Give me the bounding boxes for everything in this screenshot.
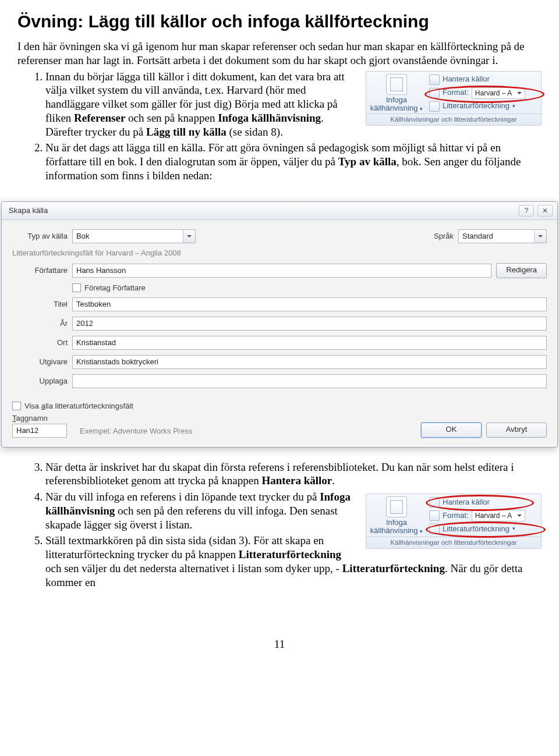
type-select[interactable]: Bok	[72, 229, 196, 243]
format-dropdown-row[interactable]: Format: Harvard – A	[429, 510, 537, 521]
publisher-label: Utgivare	[12, 357, 68, 366]
ribbon-group-caption: Källhänvisningar och litteraturförteckni…	[366, 113, 541, 125]
showall-checkbox[interactable]: Visa alla litteraturförteckningsfält	[12, 402, 133, 410]
ribbon-group-caption: Källhänvisningar och litteraturförteckni…	[366, 537, 541, 548]
ok-button[interactable]: OK	[421, 423, 482, 438]
book-icon	[429, 497, 440, 507]
edit-author-button[interactable]: Redigera	[496, 263, 547, 278]
bibliography-button[interactable]: Litteraturförteckning ▾	[429, 101, 537, 112]
field-group-header: Litteraturförteckningsfält för Harvard –…	[12, 249, 547, 257]
lang-label: Språk	[434, 232, 454, 240]
lang-select[interactable]: Standard	[458, 229, 547, 243]
publisher-input[interactable]: Kristianstads boktryckeri	[72, 355, 547, 369]
title-label: Titel	[12, 300, 68, 308]
dialog-titlebar: Skapa källa ? ✕	[2, 202, 557, 220]
year-input[interactable]: 2012	[72, 317, 547, 331]
year-label: År	[12, 319, 68, 328]
page-icon	[386, 496, 407, 517]
heading: Övning: Lägg till källor och infoga käll…	[17, 12, 542, 31]
step-2: Nu är det dags att lägga till en källa. …	[45, 141, 542, 182]
insert-citation-button[interactable]: Infogakällhänvisning ▾	[370, 496, 423, 535]
author-input[interactable]: Hans Hansson	[72, 264, 491, 278]
checkbox-icon	[12, 402, 21, 410]
format-icon	[429, 88, 440, 98]
step-4: Infogakällhänvisning ▾ Hantera källor Fo…	[45, 490, 542, 531]
format-dropdown-row[interactable]: Format: Harvard – A	[429, 87, 537, 99]
manage-sources-button[interactable]: Hantera källor	[429, 74, 537, 86]
format-icon	[429, 510, 440, 521]
example-text: Exempel: Adventure Works Press	[80, 427, 192, 435]
bib-icon	[429, 524, 440, 534]
step-1: Infogakällhänvisning ▾ Hantera källor Fo…	[45, 70, 542, 139]
checkbox-icon	[72, 283, 81, 292]
step-3: När detta är inskrivet har du skapat din…	[45, 460, 542, 488]
bibliography-button[interactable]: Litteraturförteckning ▾	[429, 523, 537, 535]
type-label: Typ av källa	[12, 232, 68, 240]
city-input[interactable]: Kristianstad	[72, 336, 547, 350]
format-select[interactable]: Harvard – A	[472, 87, 525, 99]
corp-author-checkbox[interactable]: Företag Författare	[72, 283, 146, 292]
page-icon	[386, 74, 407, 95]
city-label: Ort	[12, 338, 68, 347]
dialog-title-text: Skapa källa	[9, 206, 48, 215]
tag-label: Taggnamn	[12, 414, 67, 423]
intro-paragraph: I den här övningen ska vi gå igenom hur …	[17, 40, 542, 68]
page-number: 11	[17, 638, 542, 651]
format-select[interactable]: Harvard – A	[472, 510, 525, 521]
book-icon	[429, 74, 440, 85]
tag-input[interactable]: Han12	[12, 424, 67, 438]
bib-icon	[429, 101, 440, 112]
edition-label: Upplaga	[12, 377, 68, 385]
author-label: Författare	[12, 266, 68, 275]
create-source-dialog: Skapa källa ? ✕ Typ av källa Bok Språk S…	[1, 201, 558, 448]
title-input[interactable]: Testboken	[72, 297, 547, 311]
insert-citation-button[interactable]: Infogakällhänvisning ▾	[370, 74, 423, 113]
ribbon-screenshot-1: Infogakällhänvisning ▾ Hantera källor Fo…	[366, 71, 542, 126]
manage-sources-button[interactable]: Hantera källor	[429, 496, 537, 508]
close-icon[interactable]: ✕	[537, 205, 553, 216]
cancel-button[interactable]: Avbryt	[486, 423, 547, 438]
ribbon-screenshot-2: Infogakällhänvisning ▾ Hantera källor Fo…	[366, 494, 542, 549]
help-icon[interactable]: ?	[519, 205, 534, 216]
edition-input[interactable]	[72, 374, 547, 388]
